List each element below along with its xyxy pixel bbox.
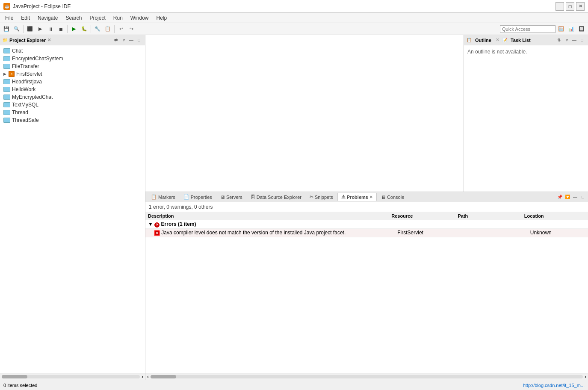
errors-label: Errors (1 item) xyxy=(161,221,196,227)
maximize-button[interactable]: □ xyxy=(566,2,574,11)
panel-min-btn[interactable]: — xyxy=(128,37,135,44)
h-scrollbar-thumb[interactable] xyxy=(2,375,27,378)
menu-navigate[interactable]: Navigate xyxy=(34,14,61,22)
outline-header: 📋 Outline ✕ 📝 Task List ⇅ ▿ — □ xyxy=(464,35,588,45)
tree-item-myencryptedchat[interactable]: MyEncryptedChat xyxy=(0,93,145,101)
bottom-panel: 📋 Markers 📄 Properties 🖥 Servers 🗄 Data … xyxy=(145,192,588,380)
tree-item-filetransfer[interactable]: FileTransfer xyxy=(0,62,145,70)
toolbar-btn-8[interactable]: 📋 xyxy=(103,24,112,34)
close-button[interactable]: ✕ xyxy=(576,2,585,11)
menu-run[interactable]: Run xyxy=(110,14,126,22)
outline-header-controls[interactable]: ⇅ ▿ — □ xyxy=(555,37,585,44)
quick-access-input[interactable] xyxy=(500,25,555,33)
problems-pin-btn[interactable]: 📌 xyxy=(556,194,563,201)
outline-sort-btn[interactable]: ⇅ xyxy=(555,37,562,44)
bottom-h-scrollbar-thumb[interactable] xyxy=(151,375,176,378)
no-outline-text: An outline is not available. xyxy=(467,49,527,55)
tab-problems-label: Problems xyxy=(347,195,368,200)
tree-item-firstservlet[interactable]: ▶ J FirstServlet xyxy=(0,70,145,78)
tab-problems[interactable]: ⚠ Problems ✕ xyxy=(337,193,377,201)
outline-collapse-btn[interactable]: ▿ xyxy=(563,37,570,44)
toolbar-btn-9[interactable]: ↩ xyxy=(116,24,126,34)
project-explorer-close-marker: ✕ xyxy=(47,38,51,42)
outline-icon: 📋 xyxy=(467,38,472,42)
left-panel-scrollbar[interactable]: › xyxy=(0,373,145,380)
main-editor[interactable] xyxy=(145,35,464,192)
tab-properties-label: Properties xyxy=(191,195,212,200)
h-scrollbar-track[interactable] xyxy=(2,375,140,378)
bottom-panel-scrollbar[interactable]: ‹ › xyxy=(145,373,588,380)
outline-tab-label[interactable]: Outline xyxy=(473,38,493,43)
window-title: JavaProject - Eclipse IDE xyxy=(13,3,71,9)
toolbar-btn-2[interactable]: 🔍 xyxy=(12,24,21,34)
tab-datasource[interactable]: 🗄 Data Source Explorer xyxy=(247,193,305,201)
eclipse-icon: ☕ xyxy=(3,3,10,10)
tree-item-firstservlet-label: FirstServlet xyxy=(16,71,42,77)
problems-filter-btn[interactable]: 🔽 xyxy=(564,194,571,201)
col-header-location[interactable]: Location xyxy=(522,212,588,220)
menu-edit[interactable]: Edit xyxy=(18,14,33,22)
markers-icon: 📋 xyxy=(151,194,157,200)
panel-max-btn[interactable]: □ xyxy=(136,37,142,44)
toolbar-btn-10[interactable]: ↪ xyxy=(127,24,136,34)
project-explorer-header-controls[interactable]: ⇄ ▿ — □ xyxy=(112,37,142,44)
menu-bar: File Edit Navigate Search Project Run Wi… xyxy=(0,13,588,23)
tab-console-label: Console xyxy=(387,195,404,200)
toolbar-btn-1[interactable]: 💾 xyxy=(2,24,11,34)
tree-item-textmysql[interactable]: TextMySQL xyxy=(0,101,145,109)
menu-window[interactable]: Window xyxy=(127,14,152,22)
folder-icon-headfirstjava xyxy=(3,79,10,84)
tab-markers[interactable]: 📋 Markers xyxy=(147,193,179,201)
toolbar-btn-7[interactable]: 🔧 xyxy=(93,24,102,34)
col-header-path[interactable]: Path xyxy=(455,212,522,220)
outline-header-left: 📋 Outline ✕ 📝 Task List xyxy=(467,37,532,43)
datasource-icon: 🗄 xyxy=(251,195,255,200)
col-header-resource[interactable]: Resource xyxy=(389,212,455,220)
menu-help[interactable]: Help xyxy=(153,14,171,22)
toolbar-btn-12[interactable]: 🔲 xyxy=(577,24,586,34)
tree-item-encryptedchatsystem-label: EncryptedChatSystem xyxy=(12,56,63,62)
problems-max-btn[interactable]: □ xyxy=(579,194,586,201)
problems-close-icon[interactable]: ✕ xyxy=(369,195,373,199)
tree-item-headfirstjava[interactable]: Headfirstjava xyxy=(0,78,145,86)
menu-file[interactable]: File xyxy=(2,14,17,22)
tab-snippets[interactable]: ✂ Snippets xyxy=(306,193,337,201)
toolbar-perspectives-btn[interactable]: 🪟 xyxy=(556,24,566,34)
toolbar-run[interactable]: ▶ xyxy=(69,24,79,34)
tree-item-chat[interactable]: Chat xyxy=(0,47,145,55)
panel-collapse-btn[interactable]: ▿ xyxy=(120,37,127,44)
scroll-left-btn[interactable]: ‹ xyxy=(145,374,151,380)
error-group-row[interactable]: ▼ ✕ Errors (1 item) xyxy=(145,220,588,229)
status-bar: 0 items selected http://blog.csdn.net/it… xyxy=(0,380,588,390)
menu-project[interactable]: Project xyxy=(86,14,109,22)
task-list-tab-label[interactable]: Task List xyxy=(509,38,532,43)
error-group-expand[interactable]: ▼ xyxy=(148,221,153,227)
tab-console[interactable]: 🖥 Console xyxy=(377,193,408,201)
toolbar-debug[interactable]: 🐛 xyxy=(80,24,89,34)
outline-min-btn[interactable]: — xyxy=(571,37,578,44)
toolbar-btn-6[interactable]: ⏹ xyxy=(56,24,65,34)
col-header-description[interactable]: Description xyxy=(145,212,389,220)
toolbar-btn-3[interactable]: ⬛ xyxy=(25,24,35,34)
tab-servers[interactable]: 🖥 Servers xyxy=(216,193,246,201)
tree-item-hellowork[interactable]: HelloWork xyxy=(0,86,145,93)
table-row[interactable]: ✕ Java compiler level does not match the… xyxy=(145,228,588,237)
problems-min-btn[interactable]: — xyxy=(572,194,579,201)
toolbar-btn-5[interactable]: ⏸ xyxy=(46,24,55,34)
scroll-right-btn[interactable]: › xyxy=(142,374,143,380)
panel-sync-btn[interactable]: ⇄ xyxy=(112,37,119,44)
scroll-right-btn2[interactable]: › xyxy=(583,374,588,380)
bottom-panel-tabs-controls[interactable]: 📌 🔽 — □ xyxy=(556,194,586,201)
title-bar-controls[interactable]: — □ ✕ xyxy=(555,2,585,11)
tab-properties[interactable]: 📄 Properties xyxy=(180,193,216,201)
tab-datasource-label: Data Source Explorer xyxy=(257,195,301,200)
tree-item-encryptedchatsystem[interactable]: EncryptedChatSystem xyxy=(0,55,145,62)
menu-search[interactable]: Search xyxy=(62,14,85,22)
tree-item-thread[interactable]: Thread xyxy=(0,109,145,116)
outline-max-btn[interactable]: □ xyxy=(579,37,585,44)
minimize-button[interactable]: — xyxy=(555,2,564,11)
bottom-h-scrollbar-track[interactable] xyxy=(151,375,583,378)
tree-item-threadsafe[interactable]: ThreadSafe xyxy=(0,116,145,124)
toolbar-btn-4[interactable]: ▶ xyxy=(35,24,45,34)
toolbar-btn-11[interactable]: 📊 xyxy=(567,24,576,34)
